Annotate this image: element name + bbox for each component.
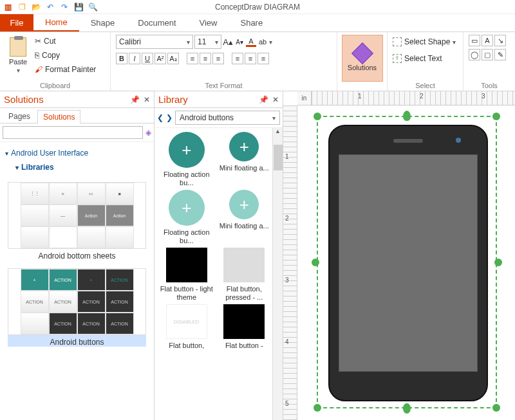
select-shape-button[interactable]: Select Shape▾ (393, 35, 456, 49)
copy-button[interactable]: ⎘Copy (35, 49, 96, 62)
solutions-home-icon[interactable]: ◈ (145, 128, 151, 137)
close-icon[interactable]: ✕ (272, 95, 279, 104)
tool-ellipse-button[interactable]: ◯ (469, 49, 480, 60)
library-prev-button[interactable]: ❮ (157, 113, 164, 122)
tab-document[interactable]: Document (126, 14, 187, 32)
shrink-font-button[interactable]: A▾ (234, 37, 245, 47)
solutions-search-input[interactable] (3, 126, 143, 139)
chevron-down-icon: ▾ (187, 39, 190, 46)
group-text-format: Calibri▾ 11▾ A▴ A▾ A ab ▾ B I U A² A₂ ≡ … (111, 32, 337, 91)
align-left-button[interactable]: ≡ (187, 53, 198, 64)
select-text-button[interactable]: TSelect Text (393, 51, 442, 66)
solutions-panel-title: Solutions (4, 94, 44, 105)
tool-rect-button[interactable]: ▭ (469, 35, 480, 46)
ruler-h-num: 2 (420, 93, 424, 100)
pin-icon[interactable]: 📌 (259, 95, 268, 104)
resize-handle-r[interactable] (494, 259, 502, 266)
select-text-label: Select Text (404, 54, 442, 63)
scroll-up-icon[interactable]: ▲ (273, 128, 283, 134)
ruler-v-num: 2 (285, 215, 289, 222)
file-tab[interactable]: File (0, 14, 33, 32)
resize-handle-br[interactable] (492, 404, 500, 412)
tool-roundrect-button[interactable]: ▢ (482, 49, 493, 60)
lib-item-label: Flat button - light theme (160, 285, 213, 301)
search-icon[interactable]: 🔍 (88, 2, 98, 12)
align-bottom-button[interactable]: ≡ (258, 53, 269, 64)
text-format-group-label: Text Format (116, 82, 332, 89)
subscript-button[interactable]: A₂ (167, 53, 179, 64)
cut-button[interactable]: ✂Cut (35, 35, 96, 48)
bold-button[interactable]: B (116, 53, 127, 64)
lib-item-flat-black[interactable]: Flat button - light theme (160, 248, 214, 302)
resize-handle-t[interactable] (403, 111, 411, 121)
phone-camera-icon (456, 138, 461, 143)
align-top-button[interactable]: ≡ (232, 53, 243, 64)
thumb-bottom-sheets[interactable]: ⋮⋮≡▭■ —ActionAction Android bottom sheet… (0, 178, 154, 264)
ruler-v-num: 4 (285, 338, 289, 345)
superscript-button[interactable]: A² (154, 53, 166, 64)
brush-icon: 🖌 (35, 65, 42, 74)
font-color-button[interactable]: A (246, 37, 256, 47)
new-doc-icon[interactable]: ❐ (17, 2, 27, 12)
lib-item-flat-black2[interactable]: Flat button - (218, 304, 272, 350)
phone-shape[interactable] (328, 125, 488, 401)
tree-libraries[interactable]: ▾Libraries (5, 160, 149, 174)
align-right-button[interactable]: ≡ (212, 53, 224, 64)
resize-handle-b[interactable] (403, 403, 411, 414)
canvas[interactable] (297, 105, 515, 420)
open-icon[interactable]: 📂 (31, 2, 41, 12)
tree-root[interactable]: ▾Android User Interface (5, 146, 149, 160)
font-size-combo[interactable]: 11▾ (194, 35, 221, 49)
font-combo[interactable]: Calibri▾ (116, 35, 193, 49)
tab-shape[interactable]: Shape (79, 14, 127, 32)
align-center-button[interactable]: ≡ (200, 53, 211, 64)
pin-icon[interactable]: 📌 (130, 95, 140, 104)
tab-view[interactable]: View (188, 14, 229, 32)
tab-home[interactable]: Home (33, 14, 79, 32)
chevron-down-icon: ▾ (272, 114, 276, 122)
tool-text-button[interactable]: A (482, 35, 493, 46)
underline-button[interactable]: U (142, 53, 153, 64)
resize-handle-bl[interactable] (314, 404, 321, 412)
resize-handle-l[interactable] (312, 259, 319, 266)
lib-item-flat-disabled[interactable]: DISABLEDFlat button, (160, 304, 214, 350)
scroll-thumb[interactable] (274, 145, 283, 170)
chevron-down-icon: ▾ (215, 39, 218, 46)
thumb-android-buttons[interactable]: +ACTION+ACTION ACTIONACTIONACTIONACTION … (0, 264, 154, 351)
solutions-button[interactable]: Solutions (342, 35, 383, 82)
resize-handle-tr[interactable] (492, 113, 500, 120)
tools-group-label: Tools (469, 82, 510, 89)
library-scrollbar[interactable]: ▲ (272, 128, 283, 420)
close-icon[interactable]: ✕ (144, 95, 150, 104)
highlight-button[interactable]: ab (258, 37, 268, 47)
ruler-horizontal: in 1 2 3 (297, 91, 515, 105)
align-middle-button[interactable]: ≡ (245, 53, 256, 64)
selection-box[interactable] (317, 116, 497, 408)
lib-item-fab-dark[interactable]: +Floating action bu... (160, 132, 214, 187)
subtab-pages[interactable]: Pages (3, 109, 36, 123)
undo-icon[interactable]: ↶ (45, 2, 55, 12)
library-next-button[interactable]: ❯ (166, 113, 173, 122)
format-painter-button[interactable]: 🖌Format Painter (35, 63, 96, 76)
lib-item-fab-light[interactable]: +Floating action bu... (160, 190, 214, 245)
tab-share[interactable]: Share (229, 14, 274, 32)
thumb-android-buttons-label: Android buttons (8, 335, 146, 347)
select-text-icon: T (393, 54, 402, 63)
lib-item-mini-fab-light[interactable]: +Mini floating a... (218, 190, 272, 245)
italic-button[interactable]: I (129, 53, 140, 64)
resize-handle-tl[interactable] (314, 113, 321, 120)
tool-more-button[interactable]: ✎ (494, 49, 506, 60)
tool-line-button[interactable]: ↘ (494, 35, 506, 46)
flat-button-icon: DISABLED (166, 304, 207, 339)
save-icon[interactable]: 💾 (73, 2, 84, 12)
lib-item-mini-fab-dark[interactable]: +Mini floating a... (218, 132, 272, 187)
redo-icon[interactable]: ↷ (59, 2, 70, 12)
ruler-h-num: 1 (358, 93, 362, 100)
chevron-down-icon: ▾ (17, 67, 20, 74)
select-group-label: Select (393, 82, 458, 89)
library-combo[interactable]: Android buttons▾ (175, 111, 280, 125)
paste-button[interactable]: Paste ▾ (5, 35, 31, 74)
grow-font-button[interactable]: A▴ (223, 37, 233, 47)
lib-item-flat-grey[interactable]: Flat button, pressed - ... (218, 248, 272, 302)
subtab-solutions[interactable]: Solutions (37, 110, 80, 123)
